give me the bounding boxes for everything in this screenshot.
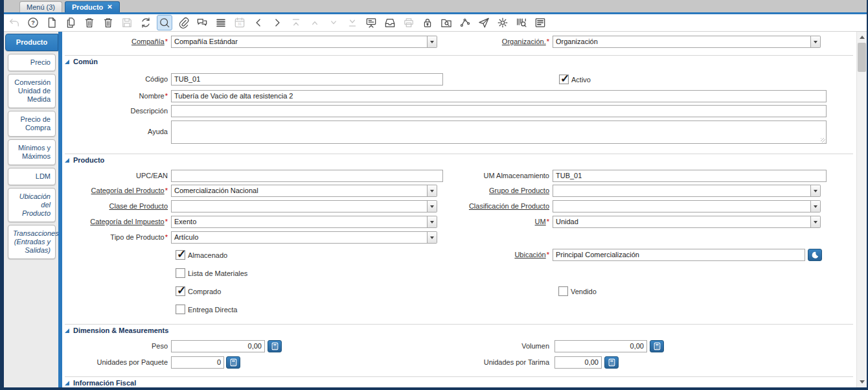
new-record-icon[interactable] bbox=[44, 15, 60, 30]
sidebar-tab-minimos-y-maximos[interactable]: Mínimos y Máximos bbox=[8, 139, 56, 165]
descripcion-input[interactable] bbox=[171, 105, 827, 117]
unidades-tarima-calculator-button[interactable] bbox=[604, 356, 619, 369]
window-tab-producto[interactable]: Producto ✕ bbox=[65, 1, 120, 12]
clasificacion-producto-value[interactable] bbox=[553, 200, 811, 212]
ubicacion-lookup-button[interactable] bbox=[808, 249, 822, 261]
vendido-checkbox[interactable] bbox=[558, 286, 568, 296]
window-tab-producto-label: Producto bbox=[72, 3, 103, 11]
window-tab-menu-label: Menú (3) bbox=[27, 3, 55, 11]
collapse-icon bbox=[65, 158, 69, 163]
section-comun[interactable]: Común bbox=[65, 55, 853, 65]
volumen-calculator-button[interactable] bbox=[650, 340, 664, 352]
delete-selection-icon[interactable] bbox=[100, 15, 116, 30]
um-dropdown-icon[interactable] bbox=[811, 216, 821, 228]
collapse-icon bbox=[65, 328, 69, 333]
comprado-checkbox[interactable] bbox=[176, 286, 185, 296]
categoria-producto-combo[interactable]: Comercialización Nacional bbox=[171, 185, 437, 197]
grupo-producto-value[interactable] bbox=[553, 185, 811, 197]
clasificacion-producto-dropdown-icon[interactable] bbox=[811, 200, 821, 212]
unidades-tarima-input[interactable]: 0,00 bbox=[554, 356, 602, 369]
clase-producto-combo[interactable] bbox=[171, 200, 437, 212]
peso-input[interactable]: 0,00 bbox=[171, 340, 265, 352]
workflow-icon[interactable] bbox=[457, 15, 473, 30]
tipo-producto-dropdown-icon[interactable] bbox=[428, 231, 437, 244]
scroll-down-icon[interactable] bbox=[857, 377, 867, 387]
um-almacenamiento-input[interactable]: TUB_01 bbox=[553, 170, 827, 182]
window-tab-menu[interactable]: Menú (3) bbox=[19, 1, 62, 12]
sidebar-tab-conversion-unidad-de-medida[interactable]: Conversión Unidad de Medida bbox=[8, 74, 56, 108]
lista-materiales-checkbox[interactable] bbox=[176, 268, 185, 278]
upc-input[interactable] bbox=[171, 170, 443, 182]
chat-icon[interactable] bbox=[194, 15, 210, 30]
report-icon[interactable] bbox=[363, 15, 379, 30]
grid-toggle-icon[interactable] bbox=[213, 15, 229, 30]
peso-calculator-button[interactable] bbox=[268, 340, 282, 352]
delete-record-icon[interactable] bbox=[82, 15, 97, 30]
close-tab-icon[interactable]: ✕ bbox=[107, 4, 112, 10]
unidades-paquete-input[interactable]: 0 bbox=[171, 356, 224, 369]
grupo-producto-combo[interactable] bbox=[553, 185, 821, 197]
section-producto[interactable]: Producto bbox=[65, 154, 853, 164]
scroll-up-icon[interactable] bbox=[857, 32, 867, 42]
sidebar-tab-precio-de-compra[interactable]: Precio de Compra bbox=[8, 111, 56, 137]
grupo-producto-dropdown-icon[interactable] bbox=[811, 185, 821, 197]
compania-combo[interactable]: Compañía Estándar bbox=[171, 36, 437, 48]
private-record-lock-icon[interactable] bbox=[420, 15, 435, 30]
entrega-directa-checkbox[interactable] bbox=[176, 304, 185, 314]
attachment-icon[interactable] bbox=[176, 15, 191, 30]
almacenado-checkbox[interactable] bbox=[176, 250, 185, 260]
quick-form-icon[interactable] bbox=[532, 15, 548, 30]
application-window: Menú (3) Producto ✕ ?31 ProductoPrecioCo… bbox=[0, 0, 868, 390]
sidebar-tab-transacciones-entradas-y-salidas[interactable]: Transacciones (Entradas y Salidas) bbox=[8, 225, 56, 259]
undo-icon bbox=[6, 15, 22, 30]
tipo-producto-value[interactable]: Artículo bbox=[171, 231, 428, 244]
unidades-paquete-calculator-button[interactable] bbox=[226, 356, 240, 369]
sidebar-tab-ubicacion-del-producto[interactable]: Ubicación del Producto bbox=[8, 188, 56, 222]
ubicacion-input[interactable]: Principal Comercialización bbox=[553, 249, 805, 261]
product-attribute-icon[interactable] bbox=[514, 15, 529, 30]
calculator-icon bbox=[271, 342, 279, 350]
scrollbar-thumb[interactable] bbox=[858, 43, 866, 72]
parent-record-icon[interactable] bbox=[251, 15, 266, 30]
ubicacion-label: Ubicación* bbox=[415, 249, 549, 261]
clase-producto-value[interactable] bbox=[171, 200, 428, 212]
zoom-across-icon[interactable] bbox=[439, 15, 454, 30]
copy-record-icon[interactable] bbox=[63, 15, 78, 30]
compania-value[interactable]: Compañía Estándar bbox=[171, 36, 428, 48]
um-combo[interactable]: Unidad bbox=[553, 216, 821, 228]
sidebar-tab-precio[interactable]: Precio bbox=[8, 54, 56, 71]
help-icon[interactable]: ? bbox=[25, 15, 41, 30]
ayuda-textarea[interactable] bbox=[171, 120, 827, 144]
volumen-input[interactable]: 0,00 bbox=[554, 340, 647, 352]
sidebar-tab-ldm[interactable]: LDM bbox=[8, 168, 56, 185]
find-icon[interactable] bbox=[157, 15, 172, 30]
organizacion-value[interactable]: Organización bbox=[553, 36, 811, 48]
svg-text:?: ? bbox=[31, 19, 35, 26]
um-value[interactable]: Unidad bbox=[553, 216, 811, 228]
detail-record-icon[interactable] bbox=[269, 15, 285, 30]
section-dimension[interactable]: Dimension & Measurements bbox=[65, 324, 853, 334]
nombre-input[interactable]: Tubería de Vacio de alta resistencia 2 bbox=[171, 90, 827, 102]
organizacion-combo[interactable]: Organización bbox=[553, 36, 821, 48]
categoria-impuesto-value[interactable]: Exento bbox=[171, 216, 428, 228]
peso-label: Peso bbox=[62, 340, 168, 352]
calculator-icon bbox=[654, 342, 661, 350]
request-icon[interactable] bbox=[476, 15, 492, 30]
unidades-paquete-label: Unidades por Paquete bbox=[62, 356, 168, 369]
refresh-icon[interactable] bbox=[138, 15, 154, 30]
section-fiscal[interactable]: Información Fiscal bbox=[65, 376, 853, 387]
organizacion-dropdown-icon[interactable] bbox=[811, 36, 821, 48]
sidebar-tab-producto[interactable]: Producto bbox=[5, 34, 58, 51]
window-tabbar: Menú (3) Producto ✕ bbox=[4, 0, 867, 12]
vertical-scrollbar[interactable] bbox=[856, 32, 867, 387]
archive-icon[interactable] bbox=[382, 15, 398, 30]
preferences-icon[interactable] bbox=[495, 15, 510, 30]
codigo-input[interactable]: TUB_01 bbox=[171, 73, 443, 86]
grupo-producto-label: Grupo de Producto bbox=[415, 185, 549, 197]
clasificacion-producto-label: Clasificación de Producto bbox=[415, 200, 549, 212]
tipo-producto-combo[interactable]: Artículo bbox=[171, 231, 437, 244]
clasificacion-producto-combo[interactable] bbox=[553, 200, 821, 212]
activo-checkbox[interactable] bbox=[559, 75, 569, 84]
categoria-impuesto-combo[interactable]: Exento bbox=[171, 216, 437, 228]
categoria-producto-value[interactable]: Comercialización Nacional bbox=[171, 185, 428, 197]
